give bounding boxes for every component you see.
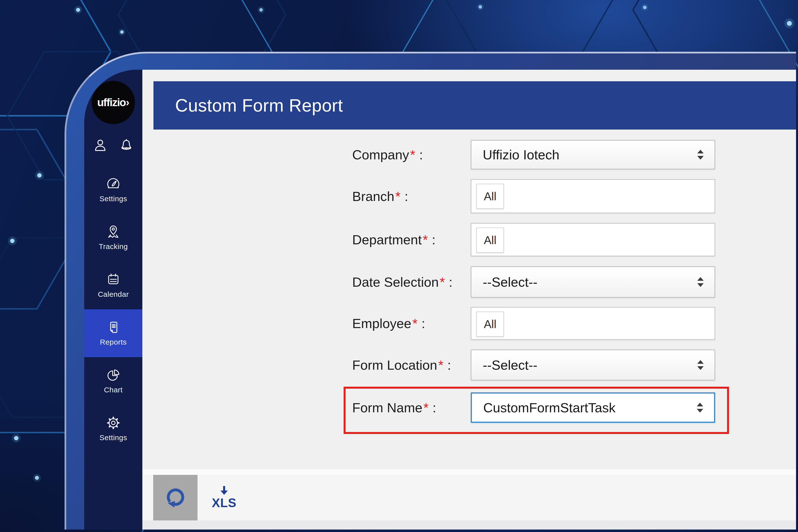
label-colon: :	[432, 232, 435, 247]
select-spinner-icon	[697, 276, 704, 288]
date-selection-select[interactable]: --Select--	[471, 266, 715, 298]
sidebar-item-calendar[interactable]: Calendar	[84, 262, 142, 309]
required-asterisk: *	[412, 316, 417, 331]
required-asterisk: *	[410, 147, 415, 162]
sidebar: uffizio ›	[84, 70, 142, 530]
company-select[interactable]: Uffizio Iotech	[471, 140, 715, 169]
gauge-icon	[106, 177, 120, 191]
selected-chip[interactable]: All	[476, 228, 504, 253]
screenshot-root: { "background": { "base_color": "#0a1a45…	[0, 0, 798, 532]
sidebar-item-label: Chart	[104, 386, 123, 394]
required-asterisk: *	[423, 232, 428, 247]
select-spinner-icon	[696, 402, 704, 413]
refresh-button[interactable]	[153, 475, 197, 520]
sidebar-nav: Settings Tracking	[84, 166, 142, 453]
sidebar-item-label: Reports	[100, 338, 127, 346]
select-value: --Select--	[483, 357, 697, 373]
xls-label: XLS	[212, 496, 236, 510]
app-window: uffizio ›	[64, 52, 796, 530]
gear-icon	[106, 416, 120, 430]
select-value: --Select--	[483, 274, 697, 290]
toolbar-separator	[142, 470, 796, 475]
label-text: Form Name	[352, 400, 422, 415]
sidebar-item-label: Calendar	[98, 290, 129, 299]
label-colon: :	[421, 316, 425, 331]
field-label: Date Selection*:	[352, 266, 453, 298]
logo-arrow-icon: ›	[126, 97, 129, 108]
select-spinner-icon	[697, 359, 704, 371]
toolbar: XLS	[142, 475, 796, 520]
sidebar-item-settings[interactable]: Settings	[84, 166, 142, 214]
form-row-company: Company*: Uffizio Iotech	[352, 140, 796, 169]
export-xls-button[interactable]: XLS	[197, 475, 251, 520]
bottom-strip	[142, 520, 796, 530]
branch-multiselect[interactable]: All	[471, 179, 715, 213]
label-colon: :	[447, 357, 451, 373]
sidebar-item-label: Settings	[99, 194, 127, 203]
logo-text: uffizio	[97, 96, 126, 109]
form-row-employee: Employee*: All	[352, 307, 796, 340]
employee-multiselect[interactable]: All	[471, 307, 715, 340]
form-location-select[interactable]: --Select--	[471, 349, 715, 381]
main-content: Custom Form Report Company*: Uffizio Iot…	[142, 70, 796, 530]
label-colon: :	[404, 189, 408, 204]
label-colon: :	[419, 147, 423, 162]
sidebar-item-tracking[interactable]: Tracking	[84, 214, 142, 262]
form-row-department: Department*: All	[352, 223, 796, 256]
report-icon	[106, 320, 120, 335]
form-row-date-selection: Date Selection*: --Select--	[352, 266, 796, 298]
page-title: Custom Form Report	[175, 95, 343, 115]
label-text: Department	[352, 232, 422, 247]
select-value: Uffizio Iotech	[483, 147, 697, 162]
user-icon[interactable]	[93, 138, 107, 152]
app-shell: uffizio ›	[84, 70, 796, 530]
refresh-icon	[164, 486, 187, 509]
label-colon: :	[449, 274, 453, 290]
select-value: CustomFormStartTask	[483, 400, 696, 415]
field-label: Branch*:	[352, 179, 408, 213]
chip-text: All	[484, 190, 496, 203]
download-icon	[216, 486, 232, 497]
sidebar-top-icons	[93, 138, 133, 152]
sidebar-item-label: Tracking	[99, 242, 128, 251]
form-row-form-name: Form Name*: CustomFormStartTask	[352, 392, 796, 423]
selected-chip[interactable]: All	[476, 184, 504, 209]
label-colon: :	[433, 400, 436, 415]
label-text: Form Location	[352, 357, 437, 373]
pie-chart-icon	[106, 368, 120, 382]
form-name-select[interactable]: CustomFormStartTask	[471, 392, 715, 423]
sidebar-item-reports[interactable]: Reports	[84, 309, 142, 357]
required-asterisk: *	[440, 274, 445, 290]
field-label: Employee*:	[352, 307, 425, 340]
sidebar-item-chart[interactable]: Chart	[84, 357, 142, 405]
department-multiselect[interactable]: All	[471, 223, 715, 256]
label-text: Branch	[352, 189, 394, 204]
field-label: Department*:	[352, 223, 435, 256]
sidebar-item-settings-bottom[interactable]: Settings	[84, 405, 142, 453]
page-header: Custom Form Report	[153, 81, 796, 130]
calendar-icon	[106, 272, 120, 287]
field-label: Form Name*:	[352, 392, 436, 423]
uffizio-logo: uffizio ›	[92, 81, 135, 124]
form-row-form-location: Form Location*: --Select--	[352, 349, 796, 381]
bell-icon[interactable]	[119, 138, 133, 152]
label-text: Employee	[352, 316, 411, 331]
required-asterisk: *	[395, 189, 400, 204]
label-text: Date Selection	[352, 274, 439, 290]
field-label: Form Location*:	[352, 349, 451, 381]
label-text: Company	[352, 147, 409, 162]
chip-text: All	[484, 318, 496, 331]
map-pin-icon	[106, 225, 120, 239]
selected-chip[interactable]: All	[476, 311, 504, 337]
form-row-branch: Branch*: All	[352, 179, 796, 213]
chip-text: All	[484, 233, 496, 247]
field-label: Company*:	[352, 140, 423, 169]
select-spinner-icon	[697, 149, 704, 160]
required-asterisk: *	[438, 357, 443, 373]
sidebar-item-label: Settings	[99, 434, 127, 442]
required-asterisk: *	[423, 400, 429, 415]
